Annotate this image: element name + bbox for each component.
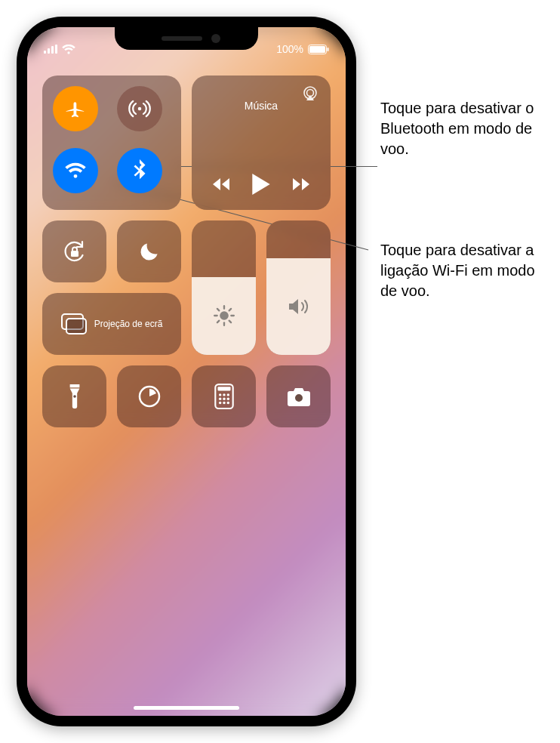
screen-mirroring-label: Projeção de ecrã bbox=[94, 319, 163, 329]
wifi-icon bbox=[64, 162, 87, 179]
svg-rect-10 bbox=[71, 251, 78, 257]
svg-rect-2 bbox=[51, 46, 54, 54]
svg-rect-25 bbox=[217, 387, 230, 390]
callout-bluetooth-text: Toque para desativar o Bluetooth em modo… bbox=[380, 100, 534, 157]
callout-wifi: Toque para desativar a ligação Wi-Fi em … bbox=[380, 240, 548, 301]
svg-point-26 bbox=[218, 393, 220, 396]
flashlight-icon bbox=[67, 384, 82, 409]
svg-point-31 bbox=[226, 397, 229, 399]
control-center: Música bbox=[42, 76, 331, 427]
svg-rect-1 bbox=[48, 48, 50, 54]
camera-icon bbox=[286, 386, 312, 407]
svg-point-29 bbox=[218, 397, 220, 399]
timer-button[interactable] bbox=[117, 365, 181, 427]
orientation-lock-icon bbox=[62, 239, 88, 264]
home-indicator[interactable] bbox=[134, 706, 239, 710]
brightness-icon bbox=[214, 305, 235, 326]
airplane-mode-toggle[interactable] bbox=[53, 86, 98, 131]
music-tile[interactable]: Música bbox=[192, 76, 331, 210]
bluetooth-toggle[interactable] bbox=[117, 148, 162, 193]
svg-line-18 bbox=[217, 321, 218, 322]
flashlight-button[interactable] bbox=[42, 365, 106, 427]
cellular-data-toggle[interactable] bbox=[117, 86, 162, 131]
camera-button[interactable] bbox=[266, 365, 331, 427]
svg-point-30 bbox=[223, 397, 225, 399]
svg-line-16 bbox=[217, 309, 218, 310]
svg-point-11 bbox=[220, 312, 229, 321]
svg-point-32 bbox=[218, 402, 220, 404]
svg-point-22 bbox=[73, 395, 76, 398]
wifi-toggle[interactable] bbox=[53, 148, 98, 193]
skip-forward-button[interactable] bbox=[289, 177, 310, 192]
svg-rect-3 bbox=[55, 45, 57, 54]
wifi-status-icon bbox=[62, 45, 75, 54]
connectivity-tile[interactable] bbox=[42, 76, 181, 210]
do-not-disturb-icon bbox=[138, 240, 161, 263]
phone-frame: 100% bbox=[17, 17, 356, 726]
svg-point-28 bbox=[226, 393, 229, 396]
svg-rect-6 bbox=[328, 48, 329, 51]
volume-slider[interactable] bbox=[266, 220, 331, 355]
svg-point-34 bbox=[226, 402, 229, 404]
skip-back-button[interactable] bbox=[212, 177, 233, 192]
svg-rect-5 bbox=[309, 46, 325, 53]
svg-rect-0 bbox=[44, 51, 46, 54]
brightness-slider[interactable] bbox=[192, 220, 256, 355]
svg-point-33 bbox=[223, 402, 225, 404]
svg-point-7 bbox=[138, 107, 142, 111]
notch bbox=[115, 27, 258, 50]
svg-point-27 bbox=[223, 393, 225, 396]
music-title: Música bbox=[245, 100, 278, 103]
cellular-signal-icon bbox=[44, 45, 57, 54]
svg-rect-21 bbox=[66, 319, 86, 334]
calculator-button[interactable] bbox=[192, 365, 256, 427]
timer-icon bbox=[137, 384, 162, 408]
bluetooth-icon bbox=[132, 159, 147, 182]
battery-percent: 100% bbox=[276, 43, 303, 55]
screen-mirroring-button[interactable]: Projeção de ecrã bbox=[42, 293, 181, 355]
phone-screen: 100% bbox=[27, 27, 346, 716]
airplane-icon bbox=[64, 97, 87, 120]
play-button[interactable] bbox=[252, 174, 270, 195]
callout-wifi-text: Toque para desativar a ligação Wi-Fi em … bbox=[380, 242, 535, 299]
airplay-icon[interactable] bbox=[302, 86, 318, 101]
battery-icon bbox=[308, 45, 329, 54]
volume-icon bbox=[288, 297, 310, 316]
screen-mirroring-icon bbox=[61, 313, 87, 335]
do-not-disturb-toggle[interactable] bbox=[117, 220, 181, 282]
cellular-antenna-icon bbox=[128, 97, 151, 120]
calculator-icon bbox=[214, 384, 234, 409]
svg-line-17 bbox=[229, 321, 230, 322]
orientation-lock-toggle[interactable] bbox=[42, 220, 106, 282]
callout-bluetooth: Toque para desativar o Bluetooth em modo… bbox=[380, 98, 548, 159]
svg-line-19 bbox=[229, 309, 230, 310]
